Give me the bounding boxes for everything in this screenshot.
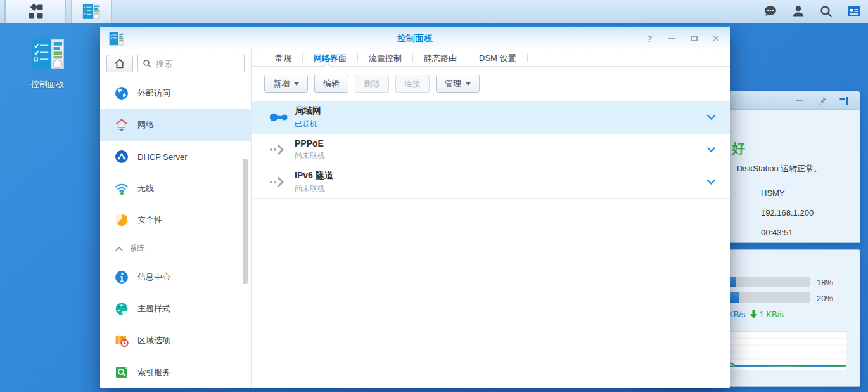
ram-usage-value: 20% <box>817 294 833 303</box>
main-menu-button[interactable] <box>5 0 66 23</box>
sidebar-item-security[interactable]: 安全性 <box>100 204 251 236</box>
interface-name: IPv6 隧道 <box>295 170 706 181</box>
sidebar-scrollbar[interactable] <box>243 159 248 284</box>
index-service-icon <box>114 365 129 380</box>
search-icon <box>142 58 152 69</box>
disconnected-icon <box>269 143 286 157</box>
widgets-icon[interactable] <box>846 4 862 19</box>
upload-speed-unit: KB/s <box>728 310 745 319</box>
window-titlebar[interactable]: 控制面板 ? ✕ <box>100 25 730 49</box>
window-controls: ? ✕ <box>644 27 721 49</box>
chevron-down-icon[interactable] <box>706 114 716 121</box>
chevron-down-icon[interactable] <box>706 147 716 153</box>
control-panel-window: 控制面板 ? ✕ <box>100 25 730 388</box>
help-button[interactable]: ? <box>644 34 654 44</box>
network-speed-row: KB/s 1 KB/s <box>728 310 784 319</box>
network-home-icon <box>114 117 129 133</box>
interface-status: 已联机 <box>295 119 706 129</box>
disconnected-icon <box>269 175 286 189</box>
control-panel-taskbar-button[interactable] <box>71 0 112 23</box>
interface-row-pppoe[interactable]: PPPoE 尚未联机 <box>252 134 730 166</box>
chat-icon[interactable] <box>763 4 778 19</box>
interface-name: 局域网 <box>295 105 706 117</box>
network-settings-pane: 常规 网络界面 流量控制 静态路由 DSM 设置 新增 编辑 <box>252 49 730 388</box>
control-panel-shortcut[interactable]: 控制面板 <box>21 36 74 90</box>
sidebar-item-index-service[interactable]: 索引服务 <box>100 356 251 388</box>
sidebar-item-theme[interactable]: 主题样式 <box>100 293 251 325</box>
dropdown-caret-icon <box>466 82 471 86</box>
control-panel-icon <box>108 30 125 49</box>
tab-static-route[interactable]: 静态路由 <box>413 49 468 67</box>
search-icon[interactable] <box>819 4 834 19</box>
pin-icon[interactable] <box>817 95 828 107</box>
cpu-usage-value: 18% <box>817 278 833 287</box>
sidebar-section-system[interactable]: 系统 <box>100 236 251 261</box>
dropdown-caret-icon <box>294 82 299 86</box>
server-name: HSMY <box>761 188 785 198</box>
tab-bar: 常规 网络界面 流量控制 静态路由 DSM 设置 <box>252 49 730 67</box>
desktop: 好 DiskStation 运转正常。 HSMY 192.168.1.200 0… <box>0 0 868 392</box>
interface-list: 局域网 已联机 <box>252 101 730 199</box>
info-icon <box>114 270 129 285</box>
home-button[interactable] <box>106 55 133 72</box>
server-uptime: 00:43:51 <box>761 228 793 237</box>
globe-icon <box>114 86 129 101</box>
user-icon[interactable] <box>791 4 806 19</box>
palette-icon <box>114 301 129 317</box>
taskbar-tray <box>763 0 862 23</box>
server-ip: 192.168.1.200 <box>761 208 814 218</box>
sidebar-item-info-center[interactable]: 信息中心 <box>100 261 251 293</box>
close-button[interactable]: ✕ <box>711 34 721 44</box>
create-button[interactable]: 新增 <box>264 75 308 93</box>
tab-traffic-control[interactable]: 流量控制 <box>358 49 412 67</box>
manage-button[interactable]: 管理 <box>436 75 480 93</box>
wifi-icon <box>114 181 129 196</box>
interface-name: PPPoE <box>295 138 706 148</box>
download-arrow-icon <box>750 310 757 318</box>
sidebar-item-regional-options[interactable]: 区域选项 <box>100 325 251 356</box>
dhcp-server-icon <box>114 149 129 164</box>
tab-dsm-settings[interactable]: DSM 设置 <box>468 49 527 67</box>
home-icon <box>113 57 126 70</box>
interface-status: 尚未联机 <box>295 150 706 161</box>
health-status-text: 好 <box>732 140 745 157</box>
control-panel-sidebar: 外部访问 网络 <box>100 49 252 388</box>
sidebar-item-dhcp-server[interactable]: DHCP Server <box>100 141 251 173</box>
widget-minimize-icon[interactable] <box>794 95 805 107</box>
taskbar <box>0 0 868 23</box>
minimize-button[interactable] <box>667 34 677 44</box>
window-title: 控制面板 <box>100 33 730 44</box>
main-menu-icon <box>27 3 44 20</box>
control-panel-icon <box>29 36 66 72</box>
panel-layout-icon[interactable] <box>838 95 850 107</box>
sidebar-item-network[interactable]: 网络 <box>100 109 251 141</box>
map-clock-icon <box>114 333 129 348</box>
control-panel-icon <box>82 2 101 21</box>
lan-connected-icon <box>269 112 288 123</box>
chevron-down-icon[interactable] <box>706 179 716 185</box>
interface-row-lan[interactable]: 局域网 已联机 <box>252 101 730 134</box>
interface-row-ipv6-tunnel[interactable]: IPv6 隧道 尚未联机 <box>252 166 730 199</box>
toolbar: 新增 编辑 删除 连接 管理 <box>252 67 730 101</box>
health-message: DiskStation 运转正常。 <box>737 163 822 174</box>
tab-network-interface[interactable]: 网络界面 <box>303 49 357 67</box>
sidebar-item-external-access[interactable]: 外部访问 <box>100 77 251 109</box>
maximize-button[interactable] <box>689 34 699 44</box>
sidebar-item-wireless[interactable]: 无线 <box>100 173 251 204</box>
delete-button[interactable]: 删除 <box>355 75 389 93</box>
tab-general[interactable]: 常规 <box>264 49 302 67</box>
chevron-up-icon <box>115 246 123 251</box>
shortcut-label: 控制面板 <box>21 79 74 90</box>
sidebar-search-input[interactable] <box>137 55 245 72</box>
interface-status: 尚未联机 <box>295 183 706 194</box>
shield-icon <box>114 212 129 228</box>
connect-button[interactable]: 连接 <box>395 75 430 93</box>
edit-button[interactable]: 编辑 <box>314 75 348 93</box>
download-speed: 1 KB/s <box>750 310 783 319</box>
